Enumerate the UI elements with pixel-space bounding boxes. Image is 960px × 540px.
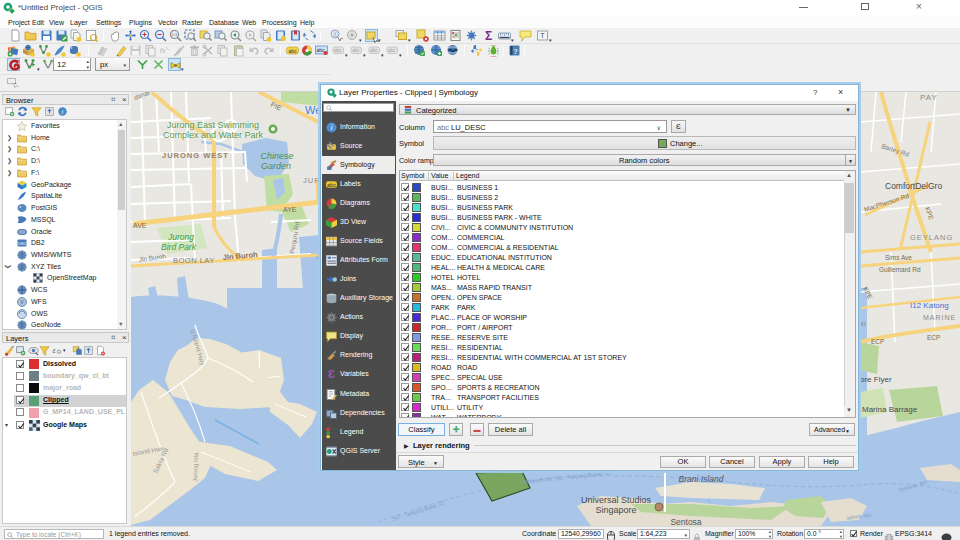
svg-text:install: install: [490, 55, 497, 57]
svg-text:BOON LAY: BOON LAY: [173, 256, 215, 265]
svg-text:abc: abc: [334, 48, 342, 53]
svg-text:MARINE: MARINE: [923, 314, 956, 321]
svg-text:abc: abc: [327, 181, 336, 187]
svg-text:Singapore: Singapore: [595, 505, 636, 515]
svg-text:i: i: [330, 123, 332, 132]
svg-text:GEYLANG: GEYLANG: [910, 233, 953, 242]
svg-text:Sentosa: Sentosa: [670, 517, 701, 526]
svg-text:abc: abc: [288, 48, 297, 54]
svg-text:Garden: Garden: [261, 161, 291, 171]
svg-text:i: i: [62, 108, 64, 115]
svg-text:Jurong: Jurong: [167, 232, 194, 242]
svg-text:Brani Island: Brani Island: [679, 474, 724, 484]
svg-text:Jurong East Swimming: Jurong East Swimming: [167, 120, 259, 130]
svg-text:Universal Studios: Universal Studios: [581, 495, 652, 505]
svg-text:DB2: DB2: [18, 241, 27, 246]
svg-text:ECP: ECP: [871, 338, 884, 345]
svg-text:fx: fx: [160, 47, 166, 54]
svg-text:I12 Katong: I12 Katong: [910, 301, 949, 310]
svg-text:Bird Park: Bird Park: [161, 242, 197, 252]
svg-text:Marina Barrage: Marina Barrage: [862, 405, 918, 414]
svg-text:Ɛ: Ɛ: [328, 369, 335, 380]
svg-text:abc: abc: [352, 48, 360, 53]
svg-text:PAY: PAY: [920, 93, 938, 102]
svg-text:ECP: ECP: [927, 334, 940, 341]
svg-text:AVE: AVE: [133, 222, 147, 229]
svg-text:We: We: [305, 104, 321, 116]
svg-text:Σ: Σ: [485, 29, 492, 42]
svg-text:JURONG WEST: JURONG WEST: [162, 151, 229, 160]
svg-text:ε: ε: [53, 347, 57, 354]
svg-text:JUR: JUR: [303, 176, 321, 185]
svg-text:V: V: [20, 300, 23, 305]
svg-text:abc: abc: [370, 48, 378, 53]
svg-text:T: T: [540, 32, 545, 39]
svg-text:AYE: AYE: [283, 206, 297, 213]
svg-text:Jurong Isla: Jurong Isla: [192, 452, 199, 482]
svg-text:abc: abc: [388, 48, 396, 53]
svg-text:?: ?: [513, 47, 518, 56]
svg-text:Complex and Water Park: Complex and Water Park: [163, 130, 264, 140]
svg-text:Sims Ave: Sims Ave: [885, 254, 912, 261]
svg-text:Chinese: Chinese: [260, 151, 293, 161]
svg-text:Guillemard Rd: Guillemard Rd: [879, 266, 921, 273]
svg-text:need: need: [491, 44, 497, 47]
svg-text:1:1: 1:1: [172, 32, 178, 37]
svg-text:ComfortDelGro: ComfortDelGro: [885, 181, 942, 191]
svg-text:ore Flyer: ore Flyer: [860, 375, 892, 384]
